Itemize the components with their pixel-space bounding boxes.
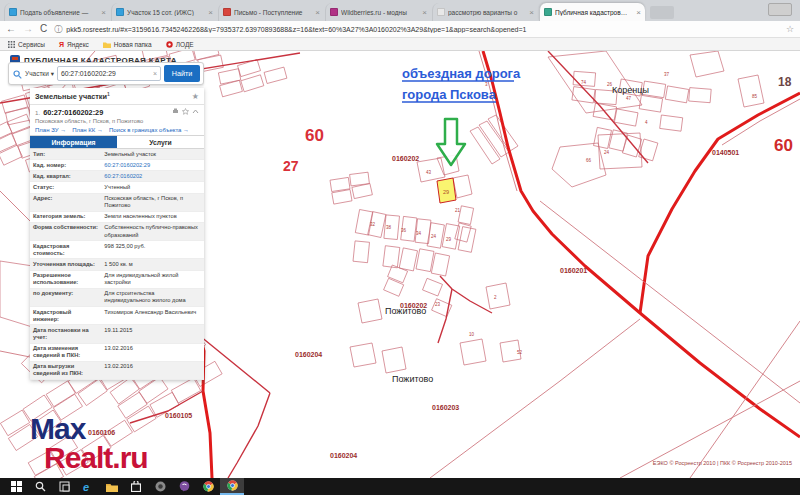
watermark-line1: Max bbox=[30, 415, 148, 444]
lode-icon bbox=[166, 41, 173, 48]
bookmarks-bar: Сервисы Я Яндекс Новая папка ЛОДЕ bbox=[0, 38, 800, 51]
tab-label: рассмотрю варианты о bbox=[448, 9, 527, 16]
reload-button[interactable]: C bbox=[40, 24, 47, 34]
info-value[interactable]: 60:27:0160202 bbox=[101, 171, 204, 181]
forward-button[interactable]: → bbox=[23, 24, 33, 34]
info-label: Форма собственности: bbox=[30, 223, 101, 240]
info-value: 13.02.2016 bbox=[101, 344, 204, 361]
folder-icon bbox=[103, 41, 111, 48]
chrome-icon-active[interactable] bbox=[220, 478, 244, 495]
taskbar-search-icon[interactable] bbox=[28, 478, 52, 495]
tab-label: Подать объявление — bbox=[20, 9, 99, 16]
page-info-icon[interactable]: ⓘ bbox=[54, 24, 62, 35]
info-value: Учтенный bbox=[101, 182, 204, 192]
find-button[interactable]: Найти bbox=[164, 65, 200, 82]
yandex-icon: Я bbox=[59, 41, 64, 48]
info-label: Кадастровая стоимость: bbox=[30, 241, 101, 258]
info-row: Уточненная площадь:1 500 кв. м bbox=[30, 259, 204, 270]
viber-icon[interactable] bbox=[172, 478, 196, 495]
start-button[interactable] bbox=[4, 478, 28, 495]
search-icon[interactable] bbox=[13, 65, 22, 83]
collapse-icon[interactable] bbox=[192, 108, 199, 115]
info-label: Статус: bbox=[30, 182, 101, 192]
edge-icon[interactable]: e bbox=[76, 478, 100, 495]
browser-tab[interactable]: Wildberries.ru - модны× bbox=[325, 3, 431, 21]
region-number: 60 bbox=[774, 136, 793, 155]
info-row: Дата постановки на учет:19.11.2015 bbox=[30, 325, 204, 343]
info-value[interactable]: 60:27:0160202:29 bbox=[101, 160, 204, 170]
info-row: Разрешенное использование:Для индивидуал… bbox=[30, 271, 204, 289]
info-label: Разрешенное использование: bbox=[30, 271, 101, 288]
region-number: 60 bbox=[305, 126, 324, 145]
store-icon[interactable] bbox=[124, 478, 148, 495]
file-explorer-icon[interactable] bbox=[100, 478, 124, 495]
bookmark-star-icon[interactable]: ☆ bbox=[786, 24, 794, 34]
info-value: Псковская область, г Псков, п Пожитово bbox=[101, 194, 204, 211]
parcel-number: 85 bbox=[752, 94, 758, 99]
chrome-icon[interactable] bbox=[196, 478, 220, 495]
parcel-number: 34 bbox=[416, 231, 422, 236]
results-count: 1 bbox=[107, 91, 110, 97]
url-text: pkk5.rosreestr.ru/#x=3159616.73452462268… bbox=[66, 26, 780, 33]
parcel-number: 47 bbox=[626, 96, 632, 101]
info-row: Адрес:Псковская область, г Псков, п Пожи… bbox=[30, 194, 204, 212]
link-plan-zu[interactable]: План ЗУ → bbox=[35, 127, 66, 133]
tab-label: Участок 15 сот. (ИЖС) bbox=[127, 9, 206, 16]
bookmark-folder[interactable]: Новая папка bbox=[103, 41, 152, 48]
bookmark-lode[interactable]: ЛОДЕ bbox=[166, 41, 194, 48]
tab-services[interactable]: Услуги bbox=[117, 136, 204, 148]
parcel-number: 24 bbox=[431, 234, 437, 239]
region-number: 18 bbox=[778, 75, 792, 89]
star-icon[interactable] bbox=[182, 108, 189, 115]
settlement-label: Пожитово bbox=[392, 374, 433, 384]
app-icon[interactable] bbox=[148, 478, 172, 495]
tab-close-icon[interactable]: × bbox=[529, 8, 534, 17]
tab-information[interactable]: Информация bbox=[30, 136, 117, 148]
tab-favicon-icon bbox=[223, 8, 231, 16]
link-search-in-bounds[interactable]: Поиск в границах объекта → bbox=[109, 127, 189, 133]
quarter-label: 0160204 bbox=[295, 351, 322, 358]
region-number: 27 bbox=[283, 158, 299, 174]
info-value: 19.11.2015 bbox=[101, 325, 204, 342]
search-bar: Участки ▾ 60:27:0160202:29 × Найти bbox=[8, 62, 204, 85]
svg-text:e: e bbox=[83, 481, 89, 493]
parcel-number: 37 bbox=[664, 72, 670, 77]
parcel-number: 43 bbox=[426, 170, 432, 175]
print-icon[interactable] bbox=[172, 108, 179, 115]
parcel-card-header: 1. 60:27:0160202:29 Псковская область, г… bbox=[30, 105, 204, 135]
back-button[interactable]: ← bbox=[6, 24, 16, 34]
browser-tab[interactable]: рассмотрю варианты о× bbox=[432, 3, 538, 21]
browser-tab[interactable]: Письмо - Поступление× bbox=[218, 3, 324, 21]
info-label: Категория земель: bbox=[30, 212, 101, 222]
search-input[interactable]: 60:27:0160202:29 × bbox=[57, 66, 161, 81]
bookmark-apps[interactable]: Сервисы bbox=[8, 41, 45, 48]
info-value: 13.02.2016 bbox=[101, 362, 204, 379]
tab-close-icon[interactable]: × bbox=[315, 8, 320, 17]
clear-icon[interactable]: × bbox=[153, 70, 157, 77]
tab-close-icon[interactable]: × bbox=[636, 8, 641, 17]
tab-favicon-icon bbox=[9, 8, 17, 16]
link-plan-kk[interactable]: План КК → bbox=[72, 127, 103, 133]
card-tabs: Информация Услуги bbox=[30, 135, 204, 149]
info-row: Дата выгрузки сведений из ПКН:13.02.2016 bbox=[30, 362, 204, 380]
tab-close-icon[interactable]: × bbox=[208, 8, 213, 17]
info-label: Кадастровый инженер: bbox=[30, 307, 101, 324]
info-row: Тип:Земельный участок bbox=[30, 149, 204, 160]
tab-label: Wildberries.ru - модны bbox=[341, 9, 420, 16]
tab-close-icon[interactable]: × bbox=[422, 8, 427, 17]
new-tab-button[interactable] bbox=[650, 6, 674, 19]
tab-close-icon[interactable]: × bbox=[101, 8, 106, 17]
info-label: Тип: bbox=[30, 149, 101, 159]
browser-tab[interactable]: Публичная кадастров…× bbox=[539, 3, 645, 21]
task-view-icon[interactable] bbox=[52, 478, 76, 495]
browser-tab[interactable]: Подать объявление —× bbox=[4, 3, 110, 21]
quarter-label: 0160204 bbox=[330, 452, 357, 459]
bookmark-yandex[interactable]: Я Яндекс bbox=[59, 41, 89, 48]
search-category-dropdown[interactable]: Участки ▾ bbox=[25, 70, 54, 78]
address-bar[interactable]: ⓘ pkk5.rosreestr.ru/#x=3159616.734524622… bbox=[54, 24, 780, 35]
window-control-button[interactable] bbox=[768, 3, 792, 16]
browser-tab[interactable]: Участок 15 сот. (ИЖС)× bbox=[111, 3, 217, 21]
info-label: Уточненная площадь: bbox=[30, 259, 101, 269]
info-row: Дата изменения сведений в ПКН:13.02.2016 bbox=[30, 344, 204, 362]
favorites-star-icon[interactable]: ★ bbox=[192, 92, 199, 101]
